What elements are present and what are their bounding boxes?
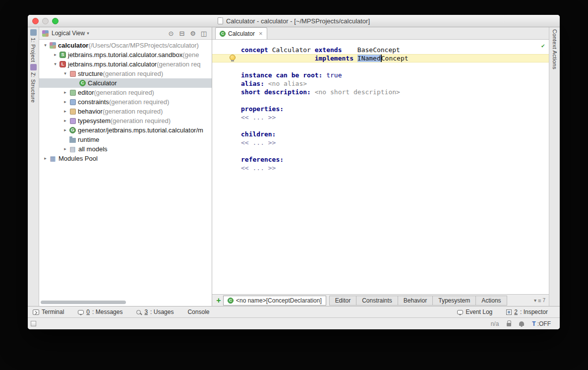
lock-icon[interactable] — [507, 323, 511, 326]
tool-button-context-actions[interactable]: Context Actions — [552, 29, 558, 69]
code-line[interactable] — [212, 147, 549, 155]
toolwindow-button-inspector[interactable]: 2: Inspector — [506, 308, 548, 315]
tree-horizontal-scrollbar[interactable] — [41, 301, 126, 304]
aspect-tab-editor[interactable]: Editor — [329, 296, 356, 306]
toolwindow-button-event-log[interactable]: Event Log — [457, 308, 492, 315]
toolwindow-button-terminal[interactable]: Terminal — [33, 308, 64, 315]
view-selector-caret-icon[interactable]: ▾ — [87, 31, 89, 36]
code-line[interactable]: << ... >> — [212, 113, 549, 122]
project-icon — [50, 42, 56, 49]
tree-item-calculator[interactable]: CCalculator — [39, 78, 212, 88]
aspect-behavior-icon — [70, 109, 76, 115]
tabs-count: 7 — [542, 298, 545, 303]
tree-item-behavior[interactable]: ▸behavior (generation required) — [39, 107, 212, 116]
tree-item-jetbrains-mps-tutorial-calculator[interactable]: ▾Ljetbrains.mps.tutorial.calculator (gen… — [39, 60, 212, 69]
code-line[interactable]: << ... >> — [212, 164, 549, 172]
tree-expanded-arrow-icon[interactable]: ▾ — [61, 69, 69, 78]
tree-expanded-arrow-icon[interactable]: ▾ — [52, 60, 59, 69]
aspect-tab-actions[interactable]: Actions — [476, 296, 507, 306]
tree-item-runtime[interactable]: runtime — [39, 135, 212, 144]
statusbar-right: n/a T :OFF — [491, 320, 551, 327]
tree-item-typesystem[interactable]: ▸typesystem (generation required) — [39, 116, 212, 125]
tree-item-label: jetbrains.mps.tutorial.calculator.sandbo… — [68, 50, 182, 60]
hide-panel-icon[interactable]: ◫ — [199, 30, 209, 37]
minimize-window-button[interactable] — [42, 18, 49, 24]
tree-item-editor[interactable]: ▸editor (generation required) — [39, 88, 212, 97]
inspector-icon — [506, 309, 512, 315]
typesystem-toggle[interactable]: T :OFF — [532, 320, 551, 327]
solution-icon: S — [59, 52, 66, 58]
settings-icon[interactable]: ⚙ — [188, 30, 198, 37]
tree-expanded-arrow-icon[interactable]: ▾ — [42, 41, 49, 50]
tree-collapsed-arrow-icon[interactable]: ▸ — [61, 116, 69, 125]
logical-view-icon — [42, 30, 49, 37]
aspect-tab-constraints[interactable]: Constraints — [356, 296, 398, 306]
tree-item-label: jetbrains.mps.tutorial.calculator — [68, 60, 157, 69]
code-editor[interactable]: ✔ concept Calculator extends BaseConcept… — [212, 40, 549, 294]
close-tab-icon[interactable]: × — [259, 30, 263, 37]
project-header-tools: ⊙⊟⚙◫ — [166, 30, 209, 37]
node-tab-concept-declaration[interactable]: C<no name>[ConceptDeclaration] — [223, 296, 326, 306]
position-indicator: n/a — [491, 320, 499, 327]
tree-collapsed-arrow-icon[interactable]: ▸ — [42, 154, 49, 163]
code-line[interactable] — [212, 62, 549, 71]
aspect-tab-typesystem[interactable]: Typesystem — [433, 296, 476, 306]
tree-item-label: generator/jetbrains.mps.tutorial.calcula… — [78, 125, 203, 135]
locate-icon[interactable]: ⊙ — [166, 30, 176, 37]
left-tool-strip: 1: ProjectZ: Structure — [28, 27, 39, 306]
tree-item-label: behavior — [78, 107, 103, 116]
intention-bulb-icon[interactable] — [230, 55, 235, 62]
tree-collapsed-arrow-icon[interactable]: ▸ — [61, 88, 69, 97]
editor-tabs-menu[interactable]: ▾≡7 — [534, 298, 545, 304]
tabs-menu-caret-icon: ▾ — [534, 298, 536, 303]
tree-item-calculator[interactable]: ▾calculator (/Users/Oscar/MPSProjects/ca… — [39, 41, 212, 50]
editor-tab-calculator[interactable]: C Calculator × — [215, 27, 267, 39]
close-window-button[interactable] — [32, 18, 39, 24]
toolwindow-button-console[interactable]: Console — [187, 308, 209, 315]
tree-collapsed-arrow-icon[interactable]: ▸ — [61, 107, 69, 116]
tree-collapsed-arrow-icon[interactable]: ▸ — [61, 97, 69, 107]
tree-collapsed-arrow-icon[interactable]: ▸ — [52, 50, 59, 60]
view-selector[interactable]: Logical View — [52, 30, 85, 37]
tree-item-jetbrains-mps-tutorial-calculator-sandbox[interactable]: ▸Sjetbrains.mps.tutorial.calculator.sand… — [39, 50, 212, 60]
models-icon — [69, 145, 76, 153]
code-line[interactable]: instance can be root: true — [212, 71, 549, 79]
code-line[interactable]: alias: <no alias> — [212, 79, 549, 88]
code-line[interactable]: short description: <no short description… — [212, 88, 549, 96]
project-tree: ▾calculator (/Users/Oscar/MPSProjects/ca… — [39, 40, 212, 306]
collapse-all-icon[interactable]: ⊟ — [177, 30, 187, 37]
code-line[interactable]: implements INamedConcept — [212, 54, 549, 62]
concept-icon: C — [79, 80, 86, 86]
code-line[interactable]: properties: — [212, 105, 549, 113]
tree-collapsed-arrow-icon[interactable]: ▸ — [61, 144, 69, 154]
code-line[interactable]: children: — [212, 130, 549, 138]
magnifier-icon — [136, 310, 141, 314]
toolwindow-button-usages[interactable]: 3: Usages — [136, 308, 174, 315]
tool-button-structure[interactable]: Z: Structure — [30, 64, 37, 103]
code-line[interactable] — [212, 122, 549, 130]
toolbar-left: Terminal0: Messages3: UsagesConsole — [33, 308, 223, 315]
tree-item-constraints[interactable]: ▸constraints (generation required) — [39, 97, 212, 107]
code-line[interactable]: references: — [212, 155, 549, 164]
notifications-icon[interactable] — [519, 321, 524, 326]
add-concept-button[interactable]: + — [214, 296, 223, 305]
tree-item-all-models[interactable]: ▸all models — [39, 144, 212, 154]
code-line[interactable] — [212, 96, 549, 105]
terminal-icon — [33, 309, 39, 315]
toolwindow-button-messages[interactable]: 0: Messages — [78, 308, 122, 315]
selected-text: INamed — [357, 55, 381, 62]
tree-item-generator-jetbrains-mps-tutorial-calculator-m[interactable]: ▸Ggenerator/jetbrains.mps.tutorial.calcu… — [39, 125, 212, 135]
tree-item-structure[interactable]: ▾structure (generation required) — [39, 69, 212, 78]
tool-button-project[interactable]: 1: Project — [30, 29, 37, 62]
code-line[interactable]: concept Calculator extends BaseConcept — [212, 46, 549, 54]
code-line[interactable]: << ... >> — [212, 138, 549, 147]
aspect-editor-icon — [70, 90, 76, 96]
aspect-tab-behavior[interactable]: Behavior — [398, 296, 433, 306]
tree-item-modules-pool[interactable]: ▸Modules Pool — [39, 154, 212, 163]
concept-icon: C — [228, 298, 234, 304]
right-tool-strip: Context Actions — [549, 27, 560, 306]
structure-tool-icon — [30, 64, 37, 70]
zoom-window-button[interactable] — [52, 18, 59, 24]
tree-collapsed-arrow-icon[interactable]: ▸ — [61, 125, 69, 135]
aspect-structure-icon — [70, 71, 76, 77]
